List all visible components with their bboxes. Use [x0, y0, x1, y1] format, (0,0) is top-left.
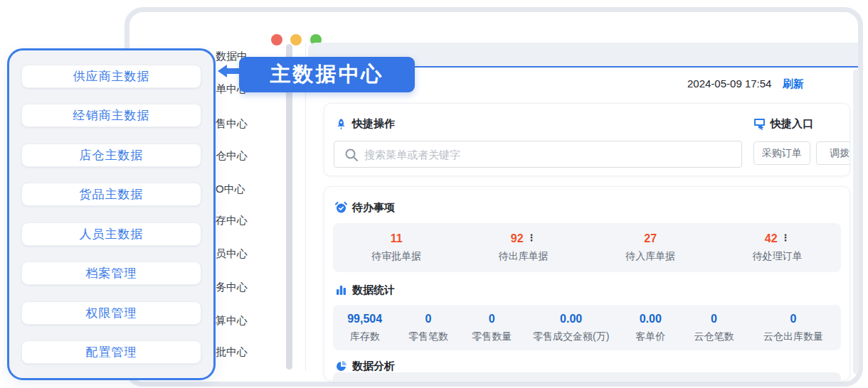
todo-value: 27: [644, 232, 657, 245]
window-close-icon[interactable]: [271, 34, 282, 45]
stat-value: 0.00: [560, 313, 582, 325]
stat-value: 0: [425, 313, 431, 325]
nav-item-warehouse-center[interactable]: 仓中心: [216, 149, 248, 163]
nav-item-settle-center[interactable]: 算中心: [216, 314, 248, 328]
stat-retail-quantity: 0 零售数量: [460, 313, 524, 343]
stats-title: 数据统计: [352, 284, 395, 297]
todo-item-pending-orders[interactable]: 42 ⋮ 待处理订单: [714, 232, 842, 263]
nav-item-approval-center[interactable]: 批中心: [216, 345, 248, 359]
stats-strip: 99,504 库存数 0 零售笔数 0 零售数量 0.00 零售成交金额(万) …: [333, 305, 841, 350]
stat-label: 零售笔数: [396, 330, 460, 343]
stat-avg-order-value: 0.00 客单价: [619, 313, 682, 343]
nav-item-omo-center[interactable]: O中心: [216, 183, 245, 196]
quick-entry-icon: [753, 118, 766, 130]
stat-label: 零售数量: [460, 330, 524, 343]
menu-item-personnel-master-data[interactable]: 人员主数据: [21, 222, 201, 246]
stat-label: 零售成交金额(万): [524, 330, 619, 343]
more-dots-icon[interactable]: ⋮: [527, 233, 536, 242]
stat-retail-transactions: 0 零售笔数: [396, 313, 460, 343]
analysis-title: 数据分析: [352, 360, 395, 373]
todo-value: 92: [511, 232, 524, 245]
search-icon: [344, 148, 359, 162]
todo-value: 11: [391, 232, 403, 245]
menu-item-supplier-master-data[interactable]: 供应商主数据: [21, 65, 201, 88]
nav-item-retail-center[interactable]: 售中心: [216, 117, 248, 131]
stat-value: 0: [790, 313, 797, 325]
stat-value: 0: [489, 313, 495, 325]
todo-label: 待入库单据: [587, 250, 714, 263]
stat-value: 99,504: [347, 313, 382, 325]
search-input[interactable]: [364, 141, 734, 167]
quick-ops-title: 快捷操作: [352, 117, 395, 131]
main-scrollbar[interactable]: [853, 70, 859, 374]
quick-entry-title: 快捷入口: [771, 117, 813, 131]
more-dots-icon[interactable]: ⋮: [781, 233, 790, 242]
todo-value: 42: [765, 232, 778, 245]
transfer-order-button[interactable]: 调拨单: [816, 141, 850, 165]
menu-item-goods-master-data[interactable]: 货品主数据: [21, 183, 201, 206]
screenshot-stage: 2024-05-09 17:54 刷新 数据中 单中心 售中心 仓中心 O中心 …: [0, 0, 868, 388]
search-box[interactable]: [334, 141, 742, 168]
todo-label: 待处理订单: [714, 250, 842, 263]
nav-item-finance-center[interactable]: 务中心: [216, 281, 248, 294]
todo-label: 待出库单据: [460, 250, 588, 263]
stat-label: 云仓笔数: [682, 330, 746, 343]
menu-item-store-master-data[interactable]: 店仓主数据: [21, 144, 201, 167]
nav-scrollbar[interactable]: [286, 44, 292, 370]
stat-label: 客单价: [619, 330, 682, 343]
stat-value: 0.00: [640, 313, 662, 325]
pie-chart-icon: [335, 360, 347, 372]
refresh-button[interactable]: 刷新: [783, 77, 804, 91]
current-datetime: 2024-05-09 17:54: [687, 77, 771, 90]
todo-clock-icon: [335, 202, 347, 214]
stat-inventory-count: 99,504 库存数: [333, 313, 396, 343]
nav-item-inventory-center[interactable]: 存中心: [216, 214, 248, 227]
menu-item-config-management[interactable]: 配置管理: [21, 340, 201, 364]
todo-item-pending-inbound[interactable]: 27 待入库单据: [587, 232, 714, 263]
bar-chart-icon: [335, 284, 347, 296]
todo-item-pending-outbound[interactable]: 92 ⋮ 待出库单据: [460, 232, 588, 263]
menu-item-permission-management[interactable]: 权限管理: [21, 301, 201, 325]
analysis-strip: [333, 372, 841, 381]
todo-label: 待审批单据: [333, 250, 460, 263]
todo-strip: 11 待审批单据 92 ⋮ 待出库单据 27 待入库单据 42 ⋮ 待处理订单: [333, 223, 841, 272]
stat-cloud-outbound: 0 云仓出库数量: [746, 313, 841, 343]
quick-ops-header: 快捷操作: [335, 117, 395, 131]
stats-header: 数据统计: [335, 284, 395, 297]
menu-item-archive-management[interactable]: 档案管理: [21, 262, 201, 285]
arrow-left-icon: [218, 65, 240, 77]
todo-header: 待办事项: [335, 201, 395, 215]
stat-value: 0: [711, 313, 717, 325]
todo-title: 待办事项: [352, 201, 395, 215]
window-minimize-icon[interactable]: [290, 34, 302, 45]
quick-entry-header: 快捷入口: [753, 117, 813, 131]
rocket-icon: [335, 118, 347, 130]
master-data-overlay-menu: 供应商主数据 经销商主数据 店仓主数据 货品主数据 人员主数据 档案管理 权限管…: [7, 48, 216, 380]
quick-operations-card: 快捷操作 快捷入口 采购订单 调拨单: [324, 103, 850, 176]
dashboard-card: 待办事项 11 待审批单据 92 ⋮ 待出库单据 27 待入库单据 42: [324, 186, 850, 381]
master-data-center-callout: 主数据中心: [239, 57, 415, 92]
purchase-order-button[interactable]: 采购订单: [753, 141, 810, 165]
stat-retail-amount: 0.00 零售成交金额(万): [524, 313, 619, 343]
stat-label: 库存数: [333, 330, 396, 343]
menu-item-dealer-master-data[interactable]: 经销商主数据: [21, 104, 201, 127]
stat-cloud-transactions: 0 云仓笔数: [682, 313, 746, 343]
stat-label: 云仓出库数量: [746, 330, 841, 343]
nav-item-member-center[interactable]: 员中心: [216, 247, 248, 261]
analysis-header: 数据分析: [335, 360, 395, 373]
todo-item-pending-approval[interactable]: 11 待审批单据: [333, 232, 460, 263]
